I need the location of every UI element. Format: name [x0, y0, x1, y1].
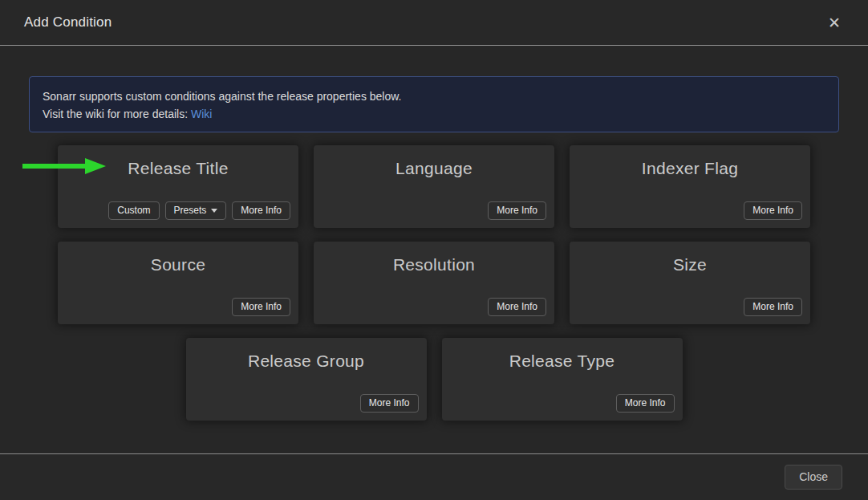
card-buttons: More Info [360, 394, 419, 413]
wiki-link[interactable]: Wiki [191, 108, 212, 120]
condition-card-resolution[interactable]: Resolution More Info [314, 242, 554, 324]
card-row-2: Source More Info Resolution More Info Si… [29, 242, 839, 324]
condition-card-indexer-flag[interactable]: Indexer Flag More Info [570, 145, 810, 228]
card-title-release-type: Release Type [442, 352, 683, 371]
caret-down-icon [211, 209, 217, 213]
card-buttons: More Info [744, 201, 802, 220]
presets-label: Presets [174, 205, 207, 216]
more-info-button-release-group[interactable]: More Info [360, 394, 419, 413]
card-buttons: More Info [232, 298, 290, 316]
card-title-release-group: Release Group [186, 352, 427, 371]
card-row-1: Release Title Custom Presets More Info L… [29, 145, 839, 228]
more-info-button-indexer-flag[interactable]: More Info [744, 201, 802, 220]
close-icon[interactable]: ✕ [825, 12, 844, 34]
card-title-source: Source [58, 255, 298, 274]
card-row-3: Release Group More Info Release Type Mor… [29, 338, 839, 421]
info-alert-line2-text: Visit the wiki for more details: [43, 108, 191, 120]
presets-button[interactable]: Presets [165, 201, 227, 220]
condition-card-language[interactable]: Language More Info [314, 145, 554, 228]
modal-footer: Close [0, 453, 868, 500]
card-buttons: Custom Presets More Info [108, 201, 290, 220]
card-title-indexer-flag: Indexer Flag [570, 159, 810, 178]
card-title-resolution: Resolution [314, 255, 554, 274]
info-alert: Sonarr supports custom conditions agains… [29, 76, 839, 132]
card-buttons: More Info [488, 298, 546, 316]
more-info-button-source[interactable]: More Info [232, 298, 290, 316]
card-title-release-title: Release Title [58, 159, 298, 178]
more-info-button-release-title[interactable]: More Info [232, 201, 290, 220]
more-info-button-release-type[interactable]: More Info [616, 394, 675, 413]
card-buttons: More Info [616, 394, 675, 413]
close-button[interactable]: Close [785, 465, 842, 490]
more-info-button-language[interactable]: More Info [488, 201, 546, 220]
card-buttons: More Info [744, 298, 802, 316]
card-buttons: More Info [488, 201, 546, 220]
condition-card-release-title[interactable]: Release Title Custom Presets More Info [58, 145, 298, 228]
condition-card-release-type[interactable]: Release Type More Info [442, 338, 683, 421]
condition-card-source[interactable]: Source More Info [58, 242, 298, 324]
modal-title: Add Condition [24, 14, 112, 30]
condition-card-size[interactable]: Size More Info [570, 242, 810, 324]
condition-card-release-group[interactable]: Release Group More Info [186, 338, 427, 421]
add-condition-modal: Add Condition ✕ Sonarr supports custom c… [0, 0, 868, 500]
card-title-size: Size [570, 255, 810, 274]
more-info-button-resolution[interactable]: More Info [488, 298, 546, 316]
modal-header: Add Condition ✕ [0, 0, 868, 46]
info-alert-line1: Sonarr supports custom conditions agains… [43, 87, 825, 105]
modal-body: Sonarr supports custom conditions agains… [0, 46, 868, 453]
card-title-language: Language [314, 159, 554, 178]
info-alert-line2: Visit the wiki for more details: Wiki [43, 105, 825, 123]
more-info-button-size[interactable]: More Info [744, 298, 802, 316]
custom-button[interactable]: Custom [108, 201, 159, 220]
